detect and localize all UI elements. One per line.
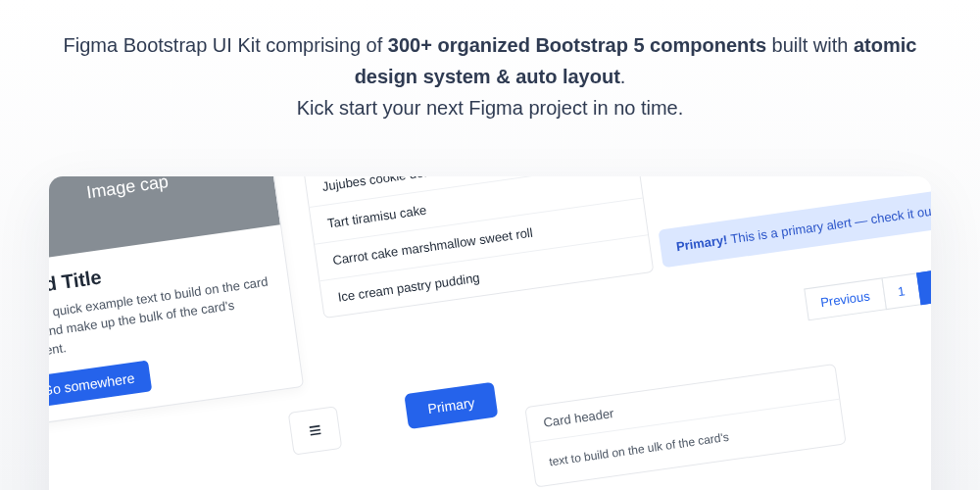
- card-fragment: Card header text to build on the ulk of …: [524, 364, 846, 488]
- hero-part: .: [620, 66, 626, 87]
- hamburger-icon: ≡: [307, 417, 322, 445]
- image-cap-label: Image cap: [85, 176, 170, 203]
- primary-alert: Primary! This is a primary alert — check…: [658, 185, 931, 269]
- demo-card: Image cap Card Title Some quick example …: [49, 176, 304, 427]
- hero-part: Figma Bootstrap UI Kit comprising of: [64, 34, 388, 56]
- list-item-label: Ice cream pastry pudding: [337, 270, 481, 305]
- list-item-label: Tart tiramisu cake: [326, 202, 427, 230]
- showcase-panel: Image cap Card Title Some quick example …: [49, 176, 931, 490]
- page-1[interactable]: 1: [881, 272, 921, 310]
- hero-copy: Figma Bootstrap UI Kit comprising of 300…: [0, 0, 980, 143]
- pagination: Previous 1 2: [805, 268, 931, 320]
- alert-text: This is a primary alert — check it out!: [726, 203, 931, 247]
- go-somewhere-button[interactable]: Go somewhere: [49, 360, 152, 408]
- hero-part: 300+ organized Bootstrap 5 components: [388, 34, 766, 56]
- hero-part: built with: [766, 34, 854, 56]
- list-group: Bear claw 14 Bonbon toffee muffin 14 Juj…: [292, 176, 654, 318]
- hero-line2: Kick start your next Figma project in no…: [297, 97, 684, 119]
- page-previous[interactable]: Previous: [804, 277, 886, 320]
- primary-button[interactable]: Primary: [404, 382, 498, 429]
- alert-strong: Primary!: [675, 232, 728, 254]
- hamburger-button[interactable]: ≡: [288, 406, 343, 456]
